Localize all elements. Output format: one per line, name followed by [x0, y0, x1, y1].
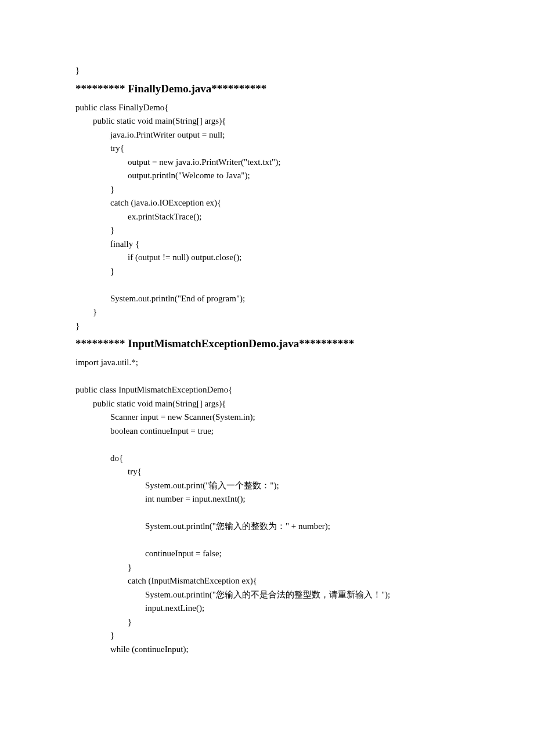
blank-line: [75, 534, 459, 548]
code-line: }: [75, 561, 459, 575]
code-line: try{: [75, 142, 459, 156]
code-line: java.io.PrintWriter output = null;: [75, 128, 459, 142]
code-line: public class InputMismatchExceptionDemo{: [75, 383, 459, 397]
section-heading-2: ********* InputMismatchExceptionDemo.jav…: [75, 334, 459, 354]
code-line: public static void main(String[] args){: [75, 114, 459, 128]
code-line: do{: [75, 452, 459, 466]
code-line: }: [75, 183, 459, 197]
code-line: import java.util.*;: [75, 356, 459, 370]
code-line: output = new java.io.PrintWriter("text.t…: [75, 156, 459, 170]
code-line: public static void main(String[] args){: [75, 397, 459, 411]
code-line: }: [75, 224, 459, 237]
code-line: Scanner input = new Scanner(System.in);: [75, 411, 459, 424]
code-line: System.out.println("您输入的整数为：" + number);: [75, 520, 459, 534]
blank-line: [75, 506, 459, 520]
blank-line: [75, 370, 459, 384]
code-line: System.out.println("End of program");: [75, 292, 459, 306]
code-line: }: [75, 265, 459, 279]
code-line: }: [75, 319, 459, 333]
blank-line: [75, 278, 459, 292]
code-line: System.out.print("输入一个整数：");: [75, 479, 459, 493]
code-line: finally {: [75, 237, 459, 251]
code-line: if (output != null) output.close();: [75, 251, 459, 265]
code-line: public class FinallyDemo{: [75, 101, 459, 115]
section-heading-1: ********* FinallyDemo.java**********: [75, 79, 459, 99]
code-line: while (continueInput);: [75, 643, 459, 657]
code-line: catch (java.io.IOException ex){: [75, 196, 459, 210]
code-line: }: [75, 615, 459, 629]
code-line: catch (InputMismatchException ex){: [75, 574, 459, 588]
code-line: System.out.println("您输入的不是合法的整型数，请重新输入！"…: [75, 588, 459, 602]
code-line: try{: [75, 465, 459, 479]
code-line: input.nextLine();: [75, 602, 459, 615]
blank-line: [75, 438, 459, 452]
code-line: continueInput = false;: [75, 547, 459, 561]
code-line: ex.printStackTrace();: [75, 210, 459, 224]
code-line: output.println("Welcome to Java");: [75, 169, 459, 183]
code-line: }: [75, 64, 459, 78]
document-page: } ********* FinallyDemo.java********** p…: [0, 0, 534, 714]
code-block-2: import java.util.*;public class InputMis…: [75, 356, 459, 656]
code-line: int number = input.nextInt();: [75, 492, 459, 506]
code-line: }: [75, 305, 459, 319]
code-block-1: public class FinallyDemo{ public static …: [75, 101, 459, 333]
code-line: boolean continueInput = true;: [75, 424, 459, 438]
code-line: }: [75, 629, 459, 643]
